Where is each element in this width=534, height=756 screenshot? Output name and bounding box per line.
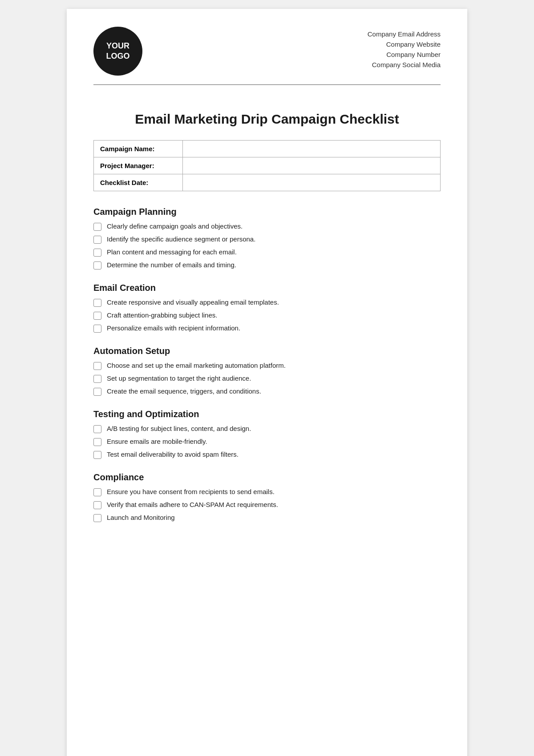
- checklist-item: Personalize emails with recipient inform…: [93, 324, 441, 333]
- section: Testing and OptimizationA/B testing for …: [93, 409, 441, 459]
- checklist-item-text: Choose and set up the email marketing au…: [107, 362, 286, 369]
- section-title: Compliance: [93, 472, 441, 483]
- checklist-item: Ensure emails are mobile-friendly.: [93, 438, 441, 446]
- company-logo: YOUR LOGO: [93, 27, 142, 76]
- table-cell-label: Checklist Date:: [94, 174, 183, 191]
- table-cell-value: [183, 157, 441, 174]
- checklist-item-text: Plan content and messaging for each emai…: [107, 248, 237, 256]
- section: Automation SetupChoose and set up the em…: [93, 346, 441, 396]
- checklist-item-text: Identify the specific audience segment o…: [107, 235, 255, 243]
- table-row: Project Manager:: [94, 157, 441, 174]
- checklist-item-text: Verify that emails adhere to CAN-SPAM Ac…: [107, 501, 278, 508]
- section: Campaign PlanningClearly define campaign…: [93, 207, 441, 269]
- table-cell-value: [183, 141, 441, 157]
- checklist-item: Identify the specific audience segment o…: [93, 235, 441, 244]
- checkbox[interactable]: [93, 312, 101, 320]
- checkbox[interactable]: [93, 501, 101, 509]
- section-title: Automation Setup: [93, 346, 441, 356]
- logo-line1: YOUR: [106, 41, 129, 51]
- checkbox[interactable]: [93, 325, 101, 333]
- checkbox[interactable]: [93, 261, 101, 269]
- checklist-item: A/B testing for subject lines, content, …: [93, 425, 441, 433]
- company-info-item: Company Number: [368, 51, 441, 58]
- section: ComplianceEnsure you have consent from r…: [93, 472, 441, 522]
- checklist-item: Craft attention-grabbing subject lines.: [93, 311, 441, 320]
- checkbox[interactable]: [93, 388, 101, 396]
- header: YOUR LOGO Company Email AddressCompany W…: [93, 27, 441, 76]
- checkbox[interactable]: [93, 425, 101, 433]
- checklist-item: Launch and Monitoring: [93, 514, 441, 522]
- company-info-item: Company Social Media: [368, 61, 441, 68]
- checklist-item: Ensure you have consent from recipients …: [93, 488, 441, 496]
- table-cell-label: Campaign Name:: [94, 141, 183, 157]
- checklist-item: Verify that emails adhere to CAN-SPAM Ac…: [93, 501, 441, 509]
- section: Email CreationCreate responsive and visu…: [93, 283, 441, 333]
- table-cell-label: Project Manager:: [94, 157, 183, 174]
- checklist-item-text: Ensure emails are mobile-friendly.: [107, 438, 207, 445]
- checkbox[interactable]: [93, 299, 101, 307]
- checklist-item: Create responsive and visually appealing…: [93, 298, 441, 307]
- info-table: Campaign Name:Project Manager:Checklist …: [93, 140, 441, 191]
- checkbox[interactable]: [93, 488, 101, 496]
- header-divider: [93, 84, 441, 85]
- logo-line2: LOGO: [106, 51, 130, 61]
- table-row: Campaign Name:: [94, 141, 441, 157]
- table-cell-value: [183, 174, 441, 191]
- checklist-item-text: Test email deliverability to avoid spam …: [107, 450, 239, 458]
- checkbox[interactable]: [93, 375, 101, 383]
- checkbox[interactable]: [93, 362, 101, 370]
- company-info-item: Company Email Address: [368, 30, 441, 38]
- checklist-item-text: Launch and Monitoring: [107, 514, 175, 521]
- checklist-item-text: Create responsive and visually appealing…: [107, 298, 279, 306]
- page-title: Email Marketing Drip Campaign Checklist: [93, 112, 441, 127]
- company-info-block: Company Email AddressCompany WebsiteComp…: [368, 27, 441, 68]
- checklist-item: Determine the number of emails and timin…: [93, 261, 441, 269]
- checkbox[interactable]: [93, 451, 101, 459]
- checkbox[interactable]: [93, 514, 101, 522]
- checklist-item: Test email deliverability to avoid spam …: [93, 450, 441, 459]
- checklist-item-text: A/B testing for subject lines, content, …: [107, 425, 251, 432]
- section-title: Email Creation: [93, 283, 441, 293]
- checkbox[interactable]: [93, 438, 101, 446]
- table-row: Checklist Date:: [94, 174, 441, 191]
- checkbox[interactable]: [93, 236, 101, 244]
- checklist-item: Set up segmentation to target the right …: [93, 374, 441, 383]
- checkbox[interactable]: [93, 249, 101, 257]
- checklist-item: Create the email sequence, triggers, and…: [93, 387, 441, 396]
- section-title: Testing and Optimization: [93, 409, 441, 419]
- checklist-item-text: Personalize emails with recipient inform…: [107, 324, 240, 332]
- checklist-item: Plan content and messaging for each emai…: [93, 248, 441, 257]
- checkbox[interactable]: [93, 223, 101, 231]
- checklist-item-text: Determine the number of emails and timin…: [107, 261, 236, 269]
- checklist-item-text: Ensure you have consent from recipients …: [107, 488, 275, 495]
- page: YOUR LOGO Company Email AddressCompany W…: [67, 9, 467, 756]
- checklist-item-text: Set up segmentation to target the right …: [107, 374, 251, 382]
- checklist-item-text: Craft attention-grabbing subject lines.: [107, 311, 217, 319]
- sections-container: Campaign PlanningClearly define campaign…: [93, 207, 441, 522]
- checklist-item-text: Create the email sequence, triggers, and…: [107, 387, 261, 395]
- company-info-item: Company Website: [368, 40, 441, 48]
- checklist-item-text: Clearly define campaign goals and object…: [107, 222, 243, 230]
- checklist-item: Choose and set up the email marketing au…: [93, 362, 441, 370]
- section-title: Campaign Planning: [93, 207, 441, 217]
- checklist-item: Clearly define campaign goals and object…: [93, 222, 441, 231]
